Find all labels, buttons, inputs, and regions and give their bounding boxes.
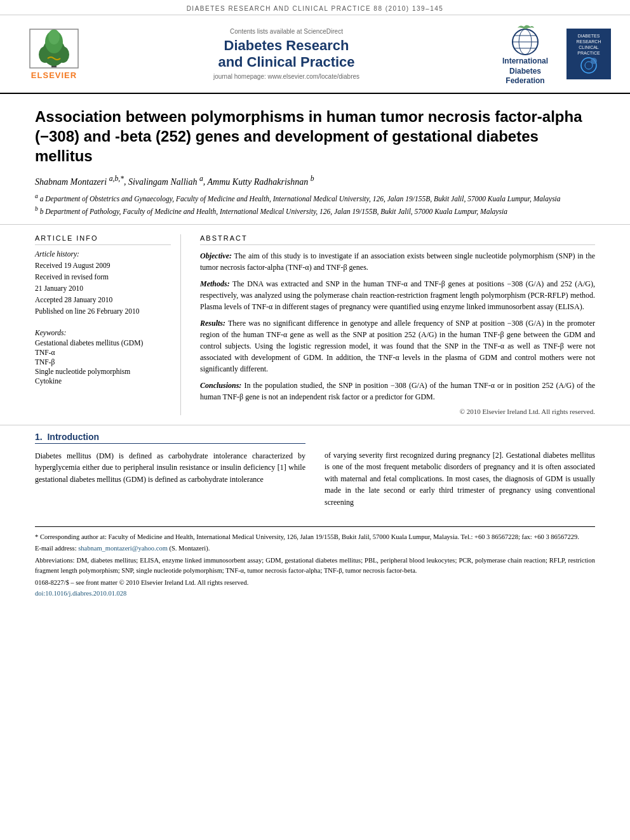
email-link[interactable]: shabnam_montazeri@yahoo.com [78,545,168,552]
doi-link[interactable]: doi:10.1016/j.diabres.2010.01.028 [35,590,126,597]
article-info-column: Article Info Article history: Received 1… [35,234,181,415]
abstract-results: Results: There was no significant differ… [200,317,595,375]
body-left-col: 1. Introduction Diabetes mellitus (DM) i… [35,432,305,514]
svg-point-5 [48,29,60,44]
abstract-heading: Abstract [200,234,595,245]
drcp-logo-icon [576,56,601,75]
svg-point-14 [591,58,597,64]
keyword-1: Gestational diabetes mellitus (GDM) [35,339,171,347]
journal-name: Diabetes Research and Clinical Practice [102,37,471,71]
keyword-5: Cytokine [35,377,171,385]
history-label: Article history: [35,250,171,258]
authors-line: Shabnam Montazeri a,b,*, Sivalingam Nall… [35,175,595,187]
article-title: Association between polymorphisms in hum… [35,107,595,166]
accepted-date: Accepted 28 January 2010 [35,296,171,303]
article-info-heading: Article Info [35,234,171,245]
abstract-column: Abstract Objective: The aim of this stud… [200,234,595,415]
body-section: 1. Introduction Diabetes mellitus (DM) i… [0,425,630,520]
license-footnote: 0168-8227/$ – see front matter © 2010 El… [35,578,595,588]
objective-label: Objective: [200,251,232,260]
email-footnote: E-mail address: shabnam_montazeri@yahoo.… [35,543,595,554]
page: Diabetes Research and Clinical Practice … [0,0,630,840]
conclusions-label: Conclusions: [200,381,241,390]
keyword-4: Single nucleotide polymorphism [35,368,171,375]
doi-line: doi:10.1016/j.diabres.2010.01.028 [35,590,595,597]
objective-text: The aim of this study is to investigate … [200,251,595,272]
idf-logo: International Diabetes Federation [484,22,566,86]
affiliation-b: b b Department of Pathology, Faculty of … [35,205,595,215]
abstract-objective: Objective: The aim of this study is to i… [200,250,595,273]
conclusions-text: In the population studied, the SNP in po… [200,381,595,401]
idf-text: International Diabetes Federation [502,57,548,86]
keyword-3: TNF-β [35,358,171,366]
keywords-label: Keywords: [35,329,171,337]
intro-para-2: of varying severity first recognized dur… [325,450,595,509]
article-title-section: Association between polymorphisms in hum… [0,94,630,225]
published-date: Published on line 26 February 2010 [35,307,171,315]
abstract-conclusions: Conclusions: In the population studied, … [200,380,595,403]
drcp-small-text: DIABETESRESEARCHCLINICALPRACTICE [577,33,601,56]
journal-citation: Diabetes Research and Clinical Practice … [187,5,444,12]
body-two-col: 1. Introduction Diabetes mellitus (DM) i… [35,432,595,514]
elsevier-wordmark: ELSEVIER [31,70,77,80]
journal-top-bar: Diabetes Research and Clinical Practice … [0,0,630,15]
abstract-methods: Methods: The DNA was extracted and SNP i… [200,278,595,312]
introduction-heading: 1. Introduction [35,432,305,444]
idf-icon [506,22,544,57]
affiliation-a: a a Department of Obstetrics and Gynaeco… [35,192,595,203]
results-text: There was no significant difference in g… [200,319,595,373]
journal-homepage: journal homepage: www.elsevier.com/locat… [102,73,471,80]
results-label: Results: [200,319,225,328]
sciencedirect-label: Contents lists available at ScienceDirec… [102,28,471,35]
received-revised-label: Received in revised form [35,273,171,281]
methods-text: The DNA was extracted and SNP in the hum… [200,279,595,311]
elsevier-logo: ELSEVIER [19,28,89,80]
received-revised-date: 21 January 2010 [35,284,171,292]
received-date: Received 19 August 2009 [35,262,171,269]
copyright-line: © 2010 Elsevier Ireland Ltd. All rights … [200,408,595,415]
intro-para-1: Diabetes mellitus (DM) is defined as car… [35,450,305,486]
methods-label: Methods: [200,279,230,288]
drcp-small-logo: DIABETESRESEARCHCLINICALPRACTICE [566,29,611,79]
journal-title-center: Contents lists available at ScienceDirec… [89,28,484,81]
abbreviations-footnote: Abbreviations: DM, diabetes mellitus; EL… [35,556,595,576]
footnote-section: * Corresponding author at: Faculty of Me… [35,526,595,597]
body-right-col: of varying severity first recognized dur… [325,432,595,514]
keyword-2: TNF-α [35,349,171,356]
corresponding-author-footnote: * Corresponding author at: Faculty of Me… [35,532,595,542]
elsevier-tree-icon [29,28,79,69]
two-column-section: Article Info Article history: Received 1… [0,225,630,425]
header-section: ELSEVIER Contents lists available at Sci… [0,15,630,94]
